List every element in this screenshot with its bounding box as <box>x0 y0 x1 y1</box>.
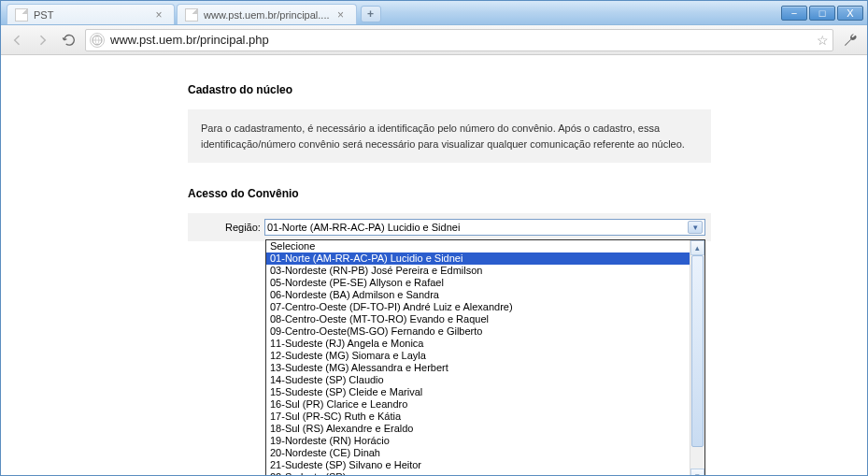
region-form-row: Região: 01-Norte (AM-RR-AC-PA) Lucidio e… <box>188 213 711 241</box>
scroll-down-button[interactable]: ▾ <box>690 469 704 475</box>
dropdown-option[interactable]: 12-Sudeste (MG) Siomara e Layla <box>266 350 690 362</box>
dropdown-option[interactable]: 15-Sudeste (SP) Cleide e Marival <box>266 386 690 398</box>
scrollbar[interactable]: ▴ ▾ <box>690 240 704 475</box>
region-select[interactable]: 01-Norte (AM-RR-AC-PA) Lucidio e Sidnei … <box>264 219 705 236</box>
browser-window: PST × www.pst.uem.br/principal.... × + −… <box>0 0 868 476</box>
dropdown-option[interactable]: 14-Sudeste (SP) Claudio <box>266 374 690 386</box>
close-window-button[interactable]: X <box>837 6 863 21</box>
page-content: Cadastro do núcleo Para o cadastramento,… <box>1 55 867 475</box>
arrow-left-icon <box>9 33 24 48</box>
dropdown-option[interactable]: 13-Sudeste (MG) Alessandra e Herbert <box>266 362 690 374</box>
window-controls: − □ X <box>777 1 867 24</box>
url-input[interactable] <box>110 30 811 50</box>
tab-title: PST <box>34 9 148 21</box>
scroll-up-button[interactable]: ▴ <box>690 240 704 255</box>
close-icon[interactable]: × <box>335 9 347 21</box>
toolbar: ☆ <box>1 25 867 55</box>
region-dropdown: Selecione01-Norte (AM-RR-AC-PA) Lucidio … <box>265 239 705 475</box>
tab-1[interactable]: PST × <box>7 4 175 24</box>
dropdown-option[interactable]: 18-Sul (RS) Alexandre e Eraldo <box>266 423 690 435</box>
region-label: Região: <box>225 222 261 233</box>
forward-button[interactable] <box>33 30 53 50</box>
dropdown-option[interactable]: 03-Nordeste (RN-PB) José Pereira e Edmil… <box>266 265 690 277</box>
dropdown-option[interactable]: 08-Centro-Oeste (MT-TO-RO) Evando e Raqu… <box>266 313 690 325</box>
dropdown-option[interactable]: 11-Sudeste (RJ) Angela e Monica <box>266 338 690 350</box>
dropdown-option[interactable]: 05-Nordeste (PE-SE) Allyson e Rafael <box>266 277 690 289</box>
wrench-icon <box>843 33 858 48</box>
dropdown-option[interactable]: 07-Centro-Oeste (DF-TO-PI) André Luiz e … <box>266 301 690 313</box>
back-button[interactable] <box>7 30 27 50</box>
scrollbar-track[interactable] <box>690 255 704 469</box>
settings-wrench-button[interactable] <box>839 29 861 51</box>
bookmark-star-icon[interactable]: ☆ <box>817 33 829 48</box>
dropdown-option[interactable]: 17-Sul (PR-SC) Ruth e Kátia <box>266 411 690 423</box>
dropdown-option[interactable]: 01-Norte (AM-RR-AC-PA) Lucidio e Sidnei <box>266 252 690 265</box>
reload-button[interactable] <box>59 30 79 50</box>
document-icon <box>15 8 28 22</box>
dropdown-option[interactable]: 16-Sul (PR) Clarice e Leandro <box>266 398 690 411</box>
info-box: Para o cadastramento, é necessário a ide… <box>188 109 711 163</box>
tab-2[interactable]: www.pst.uem.br/principal.... × <box>177 4 357 24</box>
new-tab-button[interactable]: + <box>361 6 381 22</box>
info-text: Para o cadastramento, é necessário a ide… <box>201 123 685 150</box>
chevron-down-icon: ▾ <box>688 221 703 234</box>
dropdown-option[interactable]: 20-Nordeste (CE) Dinah <box>266 447 690 459</box>
tab-title: www.pst.uem.br/principal.... <box>204 9 330 21</box>
dropdown-option[interactable]: 19-Nordeste (RN) Horácio <box>266 435 690 447</box>
maximize-button[interactable]: □ <box>809 6 835 21</box>
dropdown-option[interactable]: 06-Nordeste (BA) Admilson e Sandra <box>266 289 690 301</box>
tab-strip: PST × www.pst.uem.br/principal.... × + <box>1 1 777 24</box>
dropdown-option[interactable]: 09-Centro-Oeste(MS-GO) Fernando e Gilber… <box>266 325 690 338</box>
titlebar: PST × www.pst.uem.br/principal.... × + −… <box>1 1 867 25</box>
dropdown-list: Selecione01-Norte (AM-RR-AC-PA) Lucidio … <box>266 240 690 475</box>
select-selected-value: 01-Norte (AM-RR-AC-PA) Lucidio e Sidnei <box>267 222 688 233</box>
document-icon <box>185 8 198 22</box>
page-heading: Cadastro do núcleo <box>188 83 867 96</box>
arrow-right-icon <box>36 33 50 48</box>
globe-icon <box>90 33 105 48</box>
minimize-button[interactable]: − <box>781 6 807 21</box>
address-bar[interactable]: ☆ <box>85 29 833 51</box>
dropdown-option[interactable]: 21-Sudeste (SP) Silvano e Heitor <box>266 459 690 471</box>
dropdown-option[interactable]: 22-Sudeste (SP) <box>266 471 690 475</box>
scrollbar-thumb[interactable] <box>691 255 704 447</box>
close-icon[interactable]: × <box>153 9 164 21</box>
reload-icon <box>62 33 77 48</box>
section-heading: Acesso do Convênio <box>188 187 867 200</box>
dropdown-option[interactable]: Selecione <box>266 240 690 252</box>
